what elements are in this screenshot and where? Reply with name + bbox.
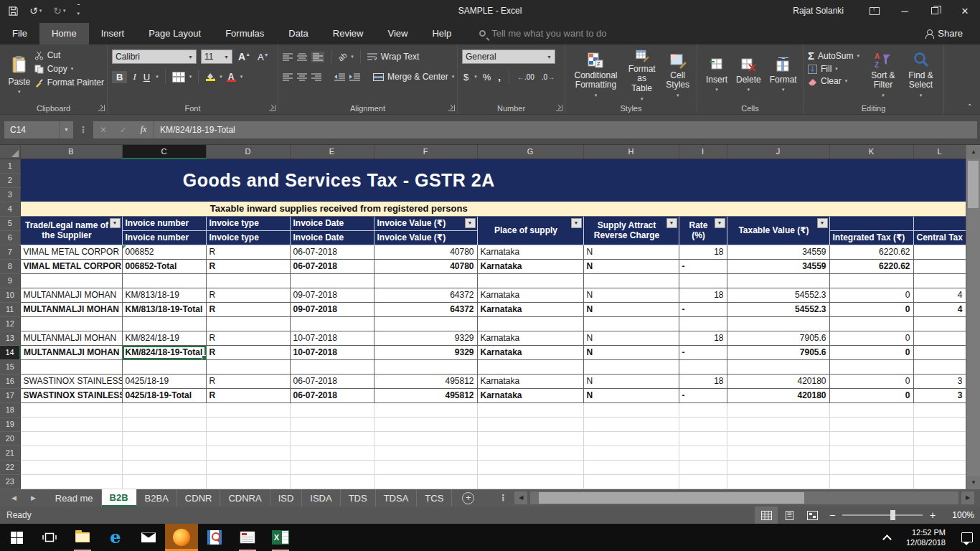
fill-button[interactable]: Fill▾ — [808, 64, 859, 74]
insert-cells-button[interactable]: Insert▾ — [702, 48, 732, 102]
column-header-I[interactable]: I — [679, 145, 727, 159]
cell-F12[interactable] — [374, 316, 477, 331]
cell-J14[interactable]: 7905.6 — [727, 345, 829, 359]
cell-D18[interactable] — [206, 402, 290, 417]
cell-L23[interactable] — [913, 474, 966, 489]
scroll-up-icon[interactable]: ▲ — [966, 145, 980, 159]
sort-filter-button[interactable]: AZ Sort & Filter▾ — [865, 48, 901, 102]
cell-J11[interactable]: 54552.3 — [727, 302, 829, 316]
sheet-tab-tcs[interactable]: TCS — [417, 489, 452, 507]
cell-G21[interactable] — [477, 446, 583, 460]
cell-H10[interactable]: N — [583, 288, 679, 302]
column-header-C[interactable]: C — [122, 145, 206, 159]
page-break-view-button[interactable] — [801, 507, 824, 524]
column-header-E[interactable]: E — [290, 145, 374, 159]
cell-J13[interactable]: 7905.6 — [727, 331, 829, 345]
minimize-button[interactable]: ─ — [890, 0, 920, 22]
cell-E10[interactable]: 09-07-2018 — [290, 288, 374, 302]
cell-L20[interactable] — [913, 431, 966, 446]
filter-dropdown-icon[interactable]: ▼ — [571, 218, 582, 228]
header-cell-invoice-value-5[interactable]: Invoice Value (₹)▼ — [374, 216, 477, 230]
cell-L21[interactable] — [913, 446, 966, 460]
tab-review[interactable]: Review — [321, 23, 376, 44]
header-cell-central-tax[interactable]: Central Tax — [913, 230, 966, 245]
column-header-F[interactable]: F — [374, 145, 477, 159]
cell-L15[interactable] — [913, 359, 966, 374]
header-cell-invoice-number-6[interactable]: Invoice number — [122, 230, 206, 245]
header-cell-taxable-value[interactable]: Taxable Value (₹)▼ — [727, 216, 829, 245]
row-header-9[interactable]: 9 — [0, 273, 20, 288]
excel-taskbar-button[interactable]: X — [264, 524, 297, 551]
cell-H12[interactable] — [583, 316, 679, 331]
ribbon-display-options-button[interactable] — [859, 0, 890, 22]
filter-dropdown-icon[interactable]: ▼ — [715, 218, 725, 228]
filter-dropdown-icon[interactable]: ▼ — [110, 218, 121, 228]
collapse-ribbon-icon[interactable]: ⌃ — [967, 103, 973, 110]
sheet-tab-tdsa[interactable]: TDSA — [376, 489, 418, 507]
tab-data[interactable]: Data — [276, 23, 320, 44]
taskbar-clock[interactable]: 12:52 PM 12/08/2018 — [906, 527, 946, 547]
cell-K19[interactable] — [829, 417, 913, 431]
cell-J12[interactable] — [727, 316, 829, 331]
cell-I9[interactable] — [679, 273, 727, 288]
cell-D23[interactable] — [206, 474, 290, 489]
cell-F7[interactable]: 40780 — [374, 245, 477, 259]
cell-G16[interactable]: Karnataka — [477, 374, 583, 388]
cell-D20[interactable] — [206, 431, 290, 446]
header-cell-supplier[interactable]: Trade/Legal name of the Supplier ▼ — [20, 216, 122, 245]
cell-L13[interactable] — [913, 331, 966, 345]
sheet-tab-cdnra[interactable]: CDNRA — [220, 489, 270, 507]
cell-J22[interactable] — [727, 460, 829, 474]
cell-C15[interactable] — [122, 359, 206, 374]
sheet-tab-isd[interactable]: ISD — [270, 489, 303, 507]
cell-E14[interactable]: 10-07-2018 — [290, 345, 374, 359]
tab-page-layout[interactable]: Page Layout — [136, 23, 213, 44]
cell-K9[interactable] — [829, 273, 913, 288]
orientation-button[interactable]: ab — [336, 50, 349, 62]
header-cell-invoice-type-5[interactable]: Invoice type — [206, 216, 290, 230]
cell-K11[interactable]: 0 — [829, 302, 913, 316]
header-cell-rate[interactable]: Rate (%)▼ — [679, 216, 727, 245]
cell-G7[interactable]: Karnataka — [477, 245, 583, 259]
cell-K17[interactable]: 0 — [829, 388, 913, 402]
file-explorer-button[interactable] — [66, 524, 99, 551]
header-cell-L5-empty[interactable] — [913, 216, 966, 230]
conditional-formatting-button[interactable]: ≠ Conditional Formatting▾ — [570, 48, 622, 102]
cell-I22[interactable] — [679, 460, 727, 474]
cell-G9[interactable] — [477, 273, 583, 288]
normal-view-button[interactable] — [755, 507, 778, 524]
row-header-17[interactable]: 17 — [0, 388, 20, 402]
row-header-10[interactable]: 10 — [0, 288, 20, 302]
cell-J9[interactable] — [727, 273, 829, 288]
cell-H15[interactable] — [583, 359, 679, 374]
alignment-dialog-launcher-icon[interactable] — [448, 105, 455, 111]
cell-G18[interactable] — [477, 402, 583, 417]
cell-K8[interactable]: 6220.62 — [829, 259, 913, 273]
cell-B20[interactable] — [20, 431, 122, 446]
cell-B22[interactable] — [20, 460, 122, 474]
row-header-18[interactable]: 18 — [0, 402, 20, 417]
cell-E15[interactable] — [290, 359, 374, 374]
horizontal-scroll-thumb[interactable] — [539, 492, 804, 504]
cell-D21[interactable] — [206, 446, 290, 460]
cell-B12[interactable] — [20, 316, 122, 331]
cell-styles-button[interactable]: Cell Styles▾ — [661, 48, 694, 102]
cell-I17[interactable]: - — [679, 388, 727, 402]
row-header-22[interactable]: 22 — [0, 460, 20, 474]
cell-C8[interactable]: 006852-Total — [122, 259, 206, 273]
sheet-nav-left-icon[interactable]: ◀ — [11, 494, 17, 501]
formula-field[interactable]: ✕ ✓ fx KM/824/18-19-Total — [93, 121, 977, 138]
tell-me-search[interactable]: Tell me what you want to do — [479, 28, 606, 44]
cell-D9[interactable] — [206, 273, 290, 288]
percent-style-button[interactable]: % — [481, 72, 493, 83]
cell-F14[interactable]: 9329 — [374, 345, 477, 359]
header-cell-invoice-date-6[interactable]: Invoice Date — [290, 230, 374, 245]
customize-quick-access-icon[interactable]: ▾ — [77, 4, 80, 17]
row-header-15[interactable]: 15 — [0, 359, 20, 374]
cell-E19[interactable] — [290, 417, 374, 431]
paste-button[interactable]: Paste ▾ — [4, 48, 34, 102]
undo-icon[interactable]: ↺▾ — [29, 5, 42, 17]
clipboard-dialog-launcher-icon[interactable] — [98, 105, 105, 111]
cell-H19[interactable] — [583, 417, 679, 431]
cell-E16[interactable]: 06-07-2018 — [290, 374, 374, 388]
